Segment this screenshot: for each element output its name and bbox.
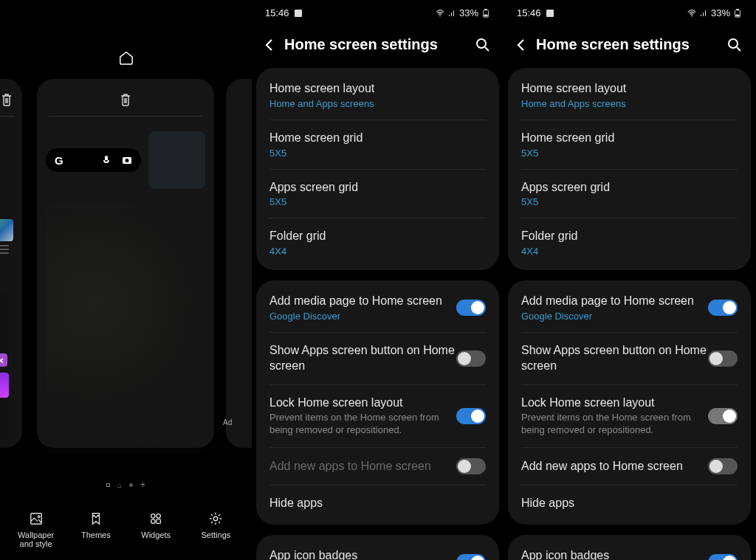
page-preview-center[interactable]: G	[37, 79, 214, 448]
svg-rect-9	[295, 10, 302, 17]
row-folder-grid[interactable]: Folder grid 4X4	[256, 218, 499, 267]
row-title: Add new apps to Home screen	[269, 459, 456, 474]
camera-icon[interactable]	[122, 155, 132, 165]
toggle-icon-badges[interactable]	[456, 554, 486, 560]
row-title: Lock Home screen layout	[521, 395, 708, 411]
row-sub: 4X4	[269, 246, 486, 257]
row-sub: 5X5	[521, 148, 738, 159]
row-title: Add media page to Home screen	[521, 294, 708, 309]
wifi-icon	[687, 9, 696, 18]
row-sub: Google Discover	[521, 311, 708, 322]
back-icon[interactable]	[262, 38, 277, 52]
row-show-apps-button[interactable]: Show Apps screen button on Home screen	[508, 333, 751, 384]
row-sub: Google Discover	[269, 311, 456, 322]
row-lock-layout[interactable]: Lock Home screen layout Prevent items on…	[256, 385, 499, 448]
card-misc-settings: App icon badges Show without number Swip…	[256, 535, 499, 560]
pager-plus[interactable]: +	[140, 480, 145, 490]
svg-rect-13	[484, 14, 487, 16]
pager-home-icon[interactable]: ⌂	[117, 481, 122, 489]
row-media-page[interactable]: Add media page to Home screen Google Dis…	[256, 283, 499, 332]
row-show-apps-button[interactable]: Show Apps screen button on Home screen	[256, 333, 499, 384]
svg-point-3	[38, 516, 40, 518]
battery-icon	[733, 9, 742, 18]
card-grid-settings: Home screen layout Home and Apps screens…	[508, 68, 751, 270]
row-title: Add media page to Home screen	[269, 294, 456, 309]
partial-right-label: Ad	[223, 418, 232, 426]
search-icon[interactable]	[727, 38, 742, 52]
back-icon[interactable]	[514, 38, 529, 52]
row-home-grid[interactable]: Home screen grid 5X5	[508, 120, 751, 169]
row-title: Folder grid	[521, 229, 738, 244]
status-time: 15:46	[265, 7, 289, 18]
row-icon-badges[interactable]: App icon badges Show without number	[256, 538, 499, 560]
svg-point-6	[151, 519, 155, 523]
toggle-media-page[interactable]	[456, 300, 486, 316]
pager-dot[interactable]	[129, 483, 133, 487]
settings-label: Settings	[202, 530, 231, 539]
row-desc: Prevent items on the Home screen from be…	[521, 412, 708, 437]
row-sub: Home and Apps screens	[521, 98, 738, 109]
header: Home screen settings	[252, 18, 504, 68]
row-add-new-apps: Add new apps to Home screen	[256, 448, 499, 485]
row-title: Add new apps to Home screen	[521, 459, 708, 474]
row-add-new-apps[interactable]: Add new apps to Home screen	[508, 448, 751, 485]
wallpaper-icon	[29, 511, 44, 526]
page-preview-left[interactable]: ×	[0, 79, 22, 448]
row-title: Home screen layout	[521, 81, 738, 97]
mic-icon[interactable]	[101, 155, 111, 165]
row-home-layout[interactable]: Home screen layout Home and Apps screens	[256, 71, 499, 120]
wifi-icon	[436, 9, 444, 18]
toggle-lock-layout[interactable]	[456, 408, 486, 424]
row-home-grid[interactable]: Home screen grid 5X5	[256, 120, 499, 169]
toggle-media-page[interactable]	[708, 300, 738, 316]
row-title: Hide apps	[269, 496, 486, 511]
status-battery-text: 33%	[459, 7, 478, 18]
photo-thumbnail	[0, 219, 13, 241]
svg-point-20	[729, 39, 738, 48]
card-behavior-settings: Add media page to Home screen Google Dis…	[256, 280, 499, 525]
search-icon[interactable]	[475, 38, 490, 52]
close-x-icon: ×	[0, 353, 7, 367]
wallpaper-button[interactable]: Wallpaper and style	[10, 511, 62, 548]
row-hide-apps[interactable]: Hide apps	[508, 485, 751, 522]
svg-point-8	[214, 516, 218, 520]
svg-rect-18	[736, 9, 738, 10]
square-widget[interactable]	[148, 131, 205, 189]
toggle-add-new-apps[interactable]	[708, 458, 738, 474]
row-title: Lock Home screen layout	[269, 395, 456, 411]
wallpaper-preview	[46, 203, 205, 454]
row-folder-grid[interactable]: Folder grid 4X4	[508, 218, 751, 267]
svg-point-10	[439, 15, 441, 16]
svg-rect-2	[30, 514, 41, 525]
toggle-icon-badges[interactable]	[708, 554, 738, 560]
row-apps-grid[interactable]: Apps screen grid 5X5	[256, 170, 499, 218]
toggle-show-apps-button[interactable]	[708, 350, 738, 367]
row-home-layout[interactable]: Home screen layout Home and Apps screens	[508, 71, 751, 120]
gear-icon	[208, 511, 223, 526]
toggle-show-apps-button[interactable]	[456, 350, 486, 367]
row-icon-badges[interactable]: App icon badges Show without number	[508, 538, 751, 560]
svg-rect-7	[157, 519, 160, 523]
settings-button[interactable]: Settings	[190, 511, 241, 548]
themes-button[interactable]: Themes	[70, 511, 122, 548]
settings-panel-unlocked: 15:46 33% Home screen settings Home scre…	[504, 0, 755, 560]
page-title: Home screen settings	[536, 36, 720, 53]
battery-icon	[481, 9, 490, 18]
trash-icon	[0, 92, 13, 107]
header: Home screen settings	[504, 18, 755, 68]
row-apps-grid[interactable]: Apps screen grid 5X5	[508, 170, 751, 218]
row-hide-apps[interactable]: Hide apps	[256, 485, 499, 522]
status-bar: 15:46 33%	[504, 0, 755, 18]
google-search-widget[interactable]: G	[46, 148, 141, 172]
row-title: App icon badges	[269, 548, 456, 560]
pager-minus[interactable]	[106, 483, 110, 487]
image-icon	[546, 9, 554, 18]
widgets-button[interactable]: Widgets	[130, 511, 182, 548]
row-lock-layout[interactable]: Lock Home screen layout Prevent items on…	[508, 385, 751, 448]
row-media-page[interactable]: Add media page to Home screen Google Dis…	[508, 283, 751, 332]
svg-rect-12	[484, 9, 487, 10]
page-preview-right[interactable]: Ad	[226, 79, 252, 448]
svg-point-5	[157, 514, 160, 518]
toggle-lock-layout[interactable]	[708, 408, 738, 424]
trash-icon[interactable]	[119, 92, 132, 107]
